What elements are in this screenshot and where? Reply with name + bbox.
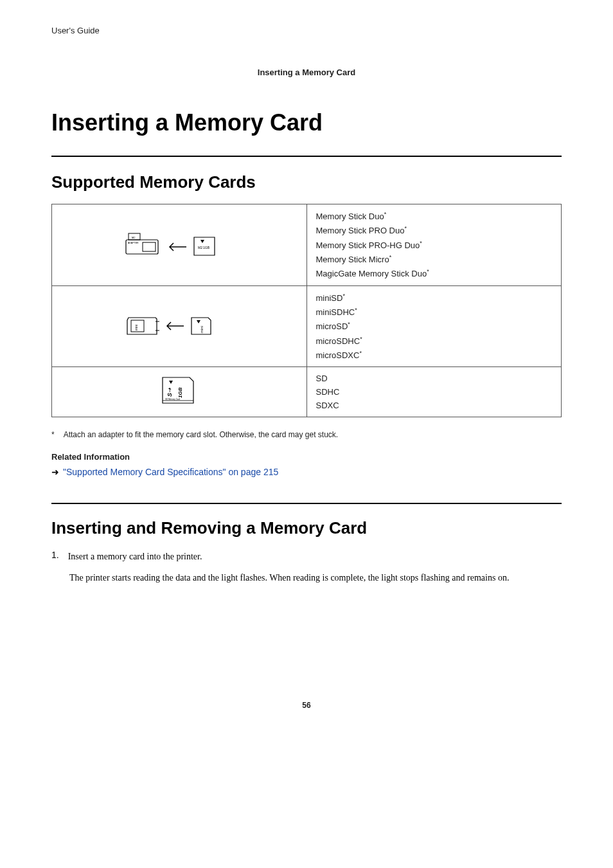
svg-text:S➝: S➝ bbox=[166, 387, 173, 397]
svg-text:SD Memory Card: SD Memory Card bbox=[165, 398, 181, 401]
card-list-item: Memory Stick PRO-HG Duo* bbox=[316, 240, 553, 250]
card-list-item: miniSD* bbox=[316, 293, 553, 303]
svg-rect-4 bbox=[143, 242, 155, 251]
card-list-item: microSDHC* bbox=[316, 336, 553, 346]
card-list-item: SD bbox=[316, 374, 553, 383]
step-description: The printer starts reading the data and … bbox=[69, 571, 562, 585]
card-list-item: MagicGate Memory Stick Duo* bbox=[316, 268, 553, 278]
divider bbox=[51, 156, 562, 157]
diagram-cell-minisd: mini mini bbox=[52, 285, 307, 367]
step-text: Insert a memory card into the printer. bbox=[68, 550, 202, 564]
card-list-cell: miniSD*miniSDHC*microSD*microSDHC*microS… bbox=[306, 285, 562, 367]
svg-text:1GB: 1GB bbox=[203, 246, 210, 249]
svg-text:M2: M2 bbox=[198, 246, 202, 249]
card-list-item: SDXC bbox=[316, 401, 553, 410]
memory-cards-table: M2 ADAPTER M2 1GB Memory Stick Duo*Memor… bbox=[51, 204, 562, 417]
section-supported-title: Supported Memory Cards bbox=[51, 172, 562, 192]
page-title: Inserting a Memory Card bbox=[51, 109, 562, 136]
footnote-marker: * bbox=[51, 430, 55, 439]
card-list-cell: SDSDHCSDXC bbox=[306, 367, 562, 417]
svg-text:1GB: 1GB bbox=[177, 388, 183, 399]
step-number: 1. bbox=[51, 550, 59, 564]
svg-text:ADAPTER: ADAPTER bbox=[128, 242, 139, 244]
related-info-title: Related Information bbox=[51, 452, 562, 462]
sd-card-icon: S➝ 1GB SD Memory Card bbox=[154, 375, 205, 409]
table-row: S➝ 1GB SD Memory Card SDSDHCSDXC bbox=[52, 367, 562, 417]
related-link-row: ➜ "Supported Memory Card Specifications"… bbox=[51, 467, 562, 477]
svg-marker-12 bbox=[197, 320, 200, 323]
diagram-cell-sd: S➝ 1GB SD Memory Card bbox=[52, 367, 307, 417]
card-list-item: microSDXC* bbox=[316, 350, 553, 360]
footnote-text: Attach an adapter to fit the memory card… bbox=[64, 430, 339, 439]
minisd-adapter-icon: mini mini bbox=[125, 312, 234, 340]
card-list-item: Memory Stick Micro* bbox=[316, 254, 553, 264]
card-list-cell: Memory Stick Duo*Memory Stick PRO Duo*Me… bbox=[306, 204, 562, 286]
footnote: * Attach an adapter to fit the memory ca… bbox=[51, 430, 562, 439]
svg-marker-15 bbox=[169, 381, 173, 384]
card-list-item: Memory Stick PRO Duo* bbox=[316, 225, 553, 235]
divider bbox=[51, 503, 562, 504]
svg-text:mini: mini bbox=[200, 326, 204, 333]
diagram-cell-memorystick: M2 ADAPTER M2 1GB bbox=[52, 204, 307, 286]
section-inserting-title: Inserting and Removing a Memory Card bbox=[51, 518, 562, 538]
card-list-item: microSD* bbox=[316, 321, 553, 331]
related-link[interactable]: "Supported Memory Card Specifications" o… bbox=[63, 467, 278, 477]
header-label: User's Guide bbox=[51, 26, 562, 35]
page-number: 56 bbox=[51, 701, 562, 710]
card-list-item: Memory Stick Duo* bbox=[316, 211, 553, 221]
breadcrumb: Inserting a Memory Card bbox=[51, 68, 562, 77]
svg-text:mini: mini bbox=[134, 325, 138, 330]
memory-stick-adapter-icon: M2 ADAPTER M2 1GB bbox=[125, 231, 234, 258]
arrow-right-icon: ➜ bbox=[51, 467, 59, 477]
table-row: mini mini miniSD*miniSDHC*microSD*microS… bbox=[52, 285, 562, 367]
card-list-item: miniSDHC* bbox=[316, 307, 553, 317]
step-1: 1. Insert a memory card into the printer… bbox=[51, 550, 562, 564]
table-row: M2 ADAPTER M2 1GB Memory Stick Duo*Memor… bbox=[52, 204, 562, 286]
svg-marker-5 bbox=[200, 240, 204, 243]
card-list-item: SDHC bbox=[316, 387, 553, 397]
svg-text:M2: M2 bbox=[132, 236, 136, 239]
